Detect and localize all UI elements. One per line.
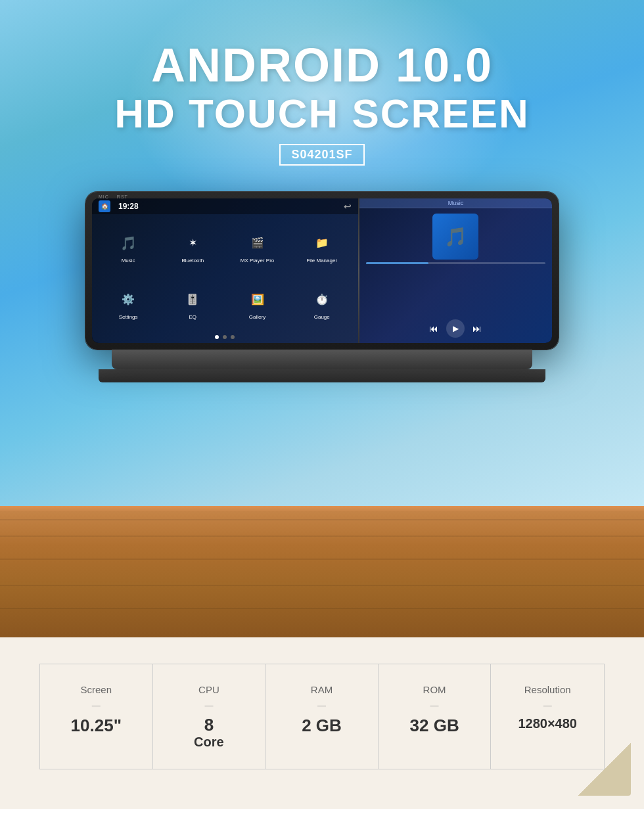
- page-dots: [92, 335, 358, 343]
- music-progress-fill: [366, 262, 429, 264]
- app-music[interactable]: 🎵 Music: [97, 219, 159, 273]
- spec-ram-label: RAM: [311, 684, 333, 695]
- app-mxplayer-label: MX Player Pro: [241, 258, 275, 263]
- spec-rom-label: ROM: [423, 684, 446, 695]
- app-filemanager[interactable]: 📁 File Manager: [291, 219, 353, 273]
- device-stand: [99, 369, 545, 382]
- hero-section: ANDROID 10.0 HD TOUCH SCREEN S04201SF MI…: [0, 0, 644, 506]
- model-badge: S04201SF: [279, 144, 364, 166]
- app-filemanager-label: File Manager: [306, 258, 337, 263]
- spec-screen-divider: —: [92, 700, 101, 710]
- app-gauge[interactable]: ⏱️ Gauge: [291, 276, 353, 330]
- dot-1: [215, 335, 219, 339]
- app-settings[interactable]: ⚙️ Settings: [97, 276, 159, 330]
- rst-label: RST: [117, 194, 128, 199]
- music-header: Music: [359, 198, 552, 208]
- spec-rom-value: 32 GB: [410, 716, 459, 736]
- app-eq[interactable]: 🎚️ EQ: [162, 276, 223, 330]
- prev-button[interactable]: ⏮: [429, 323, 438, 334]
- app-gallery[interactable]: 🖼️ Gallery: [226, 276, 288, 330]
- spec-ram-value: 2 GB: [302, 716, 342, 736]
- spec-screen-label: Screen: [81, 684, 112, 695]
- wood-grain-5: [0, 608, 644, 609]
- app-mxplayer[interactable]: 🎬 MX Player Pro: [226, 219, 288, 273]
- device-base: [112, 350, 532, 369]
- app-grid: 🎵 Music ✶ Bluetooth 🎬 MX Player Pro: [92, 214, 358, 335]
- screen-topbar: 🏠 19:28 ↩: [92, 198, 358, 214]
- specs-section: Screen — 10.25" CPU — 8 Core RAM — 2 GB …: [0, 637, 644, 809]
- next-button[interactable]: ⏭: [472, 323, 482, 334]
- spec-cpu-label: CPU: [198, 684, 219, 695]
- spec-cpu: CPU — 8 Core: [153, 664, 266, 769]
- app-gallery-label: Gallery: [249, 314, 265, 320]
- wood-grain-1: [0, 519, 644, 520]
- music-album-art[interactable]: 🎵: [432, 214, 478, 260]
- spec-ram-divider: —: [317, 700, 326, 710]
- title-block: ANDROID 10.0 HD TOUCH SCREEN S04201SF: [114, 39, 530, 166]
- settings-icon: ⚙️: [115, 286, 141, 313]
- app-bluetooth-label: Bluetooth: [181, 258, 204, 263]
- spec-ram: RAM — 2 GB: [265, 664, 379, 769]
- spec-resolution-divider: —: [543, 700, 552, 710]
- device-labels: MIC RST: [99, 194, 128, 199]
- gauge-icon: ⏱️: [309, 286, 335, 313]
- cpu-core-label: Core: [194, 735, 224, 749]
- dot-3: [231, 335, 235, 339]
- spec-resolution-value: 1280×480: [518, 716, 577, 731]
- mic-label: MIC: [99, 194, 109, 199]
- main-title-line1: ANDROID 10.0: [114, 39, 530, 91]
- back-button[interactable]: ↩: [344, 201, 352, 212]
- cpu-number: 8: [204, 716, 214, 735]
- spec-rom-divider: —: [430, 700, 439, 710]
- wood-grain-4: [0, 585, 644, 586]
- music-controls: ⏮ ▶ ⏭: [359, 315, 552, 343]
- app-bluetooth[interactable]: ✶ Bluetooth: [162, 219, 223, 273]
- wood-grain-3: [0, 559, 644, 560]
- spec-cpu-value: 8 Core: [194, 716, 224, 749]
- app-settings-label: Settings: [119, 314, 138, 320]
- app-music-label: Music: [122, 258, 135, 263]
- main-title-line2: HD TOUCH SCREEN: [114, 91, 530, 136]
- bluetooth-icon: ✶: [179, 230, 206, 256]
- spec-resolution: Resolution — 1280×480: [491, 664, 604, 769]
- home-icon[interactable]: 🏠: [99, 200, 110, 212]
- spec-cpu-divider: —: [204, 700, 213, 710]
- dot-2: [223, 335, 227, 339]
- desk-surface: [0, 506, 644, 637]
- device-container: MIC RST 🏠 19:28 ↩ 🎵 Music: [85, 192, 559, 382]
- music-progress-bar[interactable]: [366, 262, 545, 264]
- spec-resolution-label: Resolution: [524, 684, 571, 695]
- eq-icon: 🎚️: [179, 286, 206, 313]
- mxplayer-icon: 🎬: [244, 230, 271, 256]
- device-outer-shell: MIC RST 🏠 19:28 ↩ 🎵 Music: [85, 192, 559, 350]
- app-gauge-label: Gauge: [314, 314, 330, 320]
- screen-left-panel: 🏠 19:28 ↩ 🎵 Music ✶ Bluetooth: [92, 198, 358, 343]
- filemanager-icon: 📁: [309, 230, 335, 256]
- app-eq-label: EQ: [189, 314, 197, 320]
- clock-display: 19:28: [118, 202, 139, 211]
- wood-grain-2: [0, 536, 644, 537]
- screen: 🏠 19:28 ↩ 🎵 Music ✶ Bluetooth: [92, 198, 552, 343]
- screen-right-panel: Music 🎵 ⏮ ▶ ⏭ ⏰ 〰 ◉: [359, 198, 552, 343]
- specs-grid: Screen — 10.25" CPU — 8 Core RAM — 2 GB …: [39, 664, 605, 769]
- play-button[interactable]: ▶: [446, 319, 465, 338]
- spec-screen: Screen — 10.25": [40, 664, 153, 769]
- gallery-icon: 🖼️: [244, 286, 271, 313]
- music-icon: 🎵: [115, 230, 141, 256]
- spec-screen-value: 10.25": [71, 716, 122, 736]
- spec-rom: ROM — 32 GB: [379, 664, 492, 769]
